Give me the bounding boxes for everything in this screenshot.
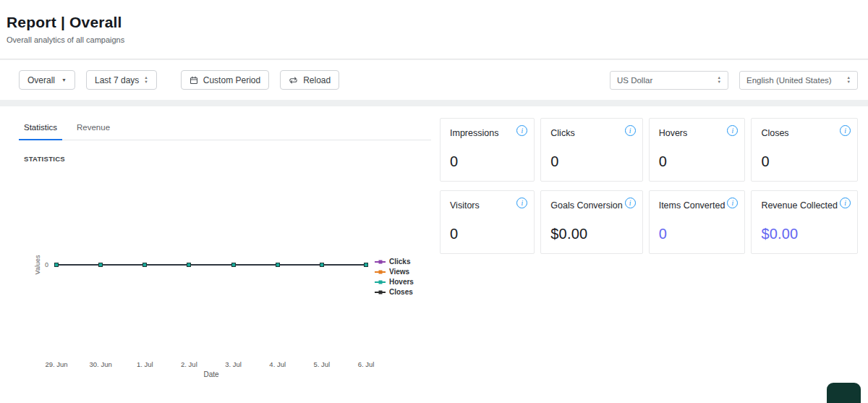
stat-card-hovers: Hovers i 0 bbox=[649, 118, 746, 182]
info-icon[interactable]: i bbox=[727, 125, 738, 136]
x-axis-tick: 3. Jul bbox=[225, 360, 242, 368]
stat-label: Closes bbox=[761, 128, 848, 138]
section-title: STATISTICS bbox=[24, 155, 431, 163]
stat-label: Items Converted bbox=[659, 200, 736, 211]
legend-marker bbox=[375, 271, 386, 273]
data-point-marker bbox=[231, 263, 236, 267]
stat-value: 0 bbox=[450, 153, 458, 170]
x-axis-tick: 29. Jun bbox=[45, 360, 67, 368]
statistics-panel: Statistics Revenue STATISTICS Values 0 2… bbox=[19, 116, 431, 398]
x-axis-ticks: 29. Jun 30. Jun 1. Jul 2. Jul 3. Jul 4. … bbox=[56, 360, 366, 369]
x-axis-tick: 2. Jul bbox=[181, 360, 197, 368]
data-point-marker bbox=[54, 263, 59, 267]
report-type-label: Overall bbox=[27, 75, 55, 85]
tab-statistics[interactable]: Statistics bbox=[19, 123, 62, 140]
info-icon[interactable]: i bbox=[840, 125, 851, 136]
stat-value: 0 bbox=[659, 226, 667, 242]
chart-series-line bbox=[56, 264, 366, 266]
select-arrows-icon: ▲ ▼ bbox=[847, 76, 851, 84]
x-axis-tick: 6. Jul bbox=[358, 360, 375, 368]
period-selector[interactable]: Last 7 days ▲ ▼ bbox=[86, 70, 157, 90]
toolbar-left-group: Overall ▼ Last 7 days ▲ ▼ Custom Period bbox=[19, 70, 339, 90]
x-axis-tick: 4. Jul bbox=[269, 360, 286, 368]
currency-select[interactable]: US Dollar ▲ ▼ bbox=[610, 71, 728, 90]
currency-value: US Dollar bbox=[617, 76, 652, 85]
data-point-marker bbox=[187, 263, 191, 267]
legend-item-hovers[interactable]: Hovers bbox=[375, 277, 414, 287]
x-axis-tick: 1. Jul bbox=[137, 360, 153, 368]
page-title: Report | Overall bbox=[7, 14, 868, 31]
info-icon[interactable]: i bbox=[516, 125, 527, 136]
period-label: Last 7 days bbox=[95, 75, 139, 85]
info-icon[interactable]: i bbox=[727, 198, 738, 208]
stat-value: 0 bbox=[761, 153, 769, 170]
data-point-marker bbox=[364, 263, 368, 267]
main-content: Statistics Revenue STATISTICS Values 0 2… bbox=[0, 106, 868, 403]
info-icon[interactable]: i bbox=[516, 198, 527, 208]
stat-card-goals-conversion: Goals Conversion i $0.00 bbox=[540, 190, 642, 254]
toolbar-right-group: US Dollar ▲ ▼ English (United States) ▲ … bbox=[610, 71, 858, 90]
legend-item-closes[interactable]: Closes bbox=[375, 287, 414, 297]
stat-card-visitors: Visitors i 0 bbox=[440, 190, 535, 254]
stat-value: $0.00 bbox=[550, 226, 587, 242]
x-axis-label: Date bbox=[56, 370, 366, 378]
reload-label: Reload bbox=[303, 75, 331, 85]
custom-period-button[interactable]: Custom Period bbox=[181, 70, 269, 90]
stat-label: Revenue Collected bbox=[761, 200, 848, 211]
stat-label: Visitors bbox=[450, 200, 524, 211]
calendar-icon bbox=[190, 76, 198, 85]
reload-icon bbox=[289, 76, 298, 85]
x-axis-tick: 5. Jul bbox=[313, 360, 330, 368]
stat-card-revenue-collected: Revenue Collected i $0.00 bbox=[751, 190, 858, 254]
info-icon[interactable]: i bbox=[625, 198, 636, 208]
stat-value: $0.00 bbox=[761, 226, 798, 242]
stat-label: Hovers bbox=[659, 128, 736, 138]
stat-value: 0 bbox=[659, 153, 667, 170]
y-axis-tick: 0 bbox=[45, 261, 48, 268]
tabs: Statistics Revenue bbox=[19, 116, 431, 140]
stat-card-clicks: Clicks i 0 bbox=[540, 118, 642, 182]
custom-period-label: Custom Period bbox=[203, 75, 260, 85]
stat-card-items-converted: Items Converted i 0 bbox=[649, 190, 746, 254]
chart-legend: Clicks Views Hovers Closes bbox=[375, 257, 414, 297]
chat-widget-button[interactable] bbox=[827, 383, 861, 403]
legend-marker bbox=[375, 261, 386, 263]
toolbar: Overall ▼ Last 7 days ▲ ▼ Custom Period bbox=[0, 60, 868, 100]
stat-value: 0 bbox=[450, 226, 458, 242]
stat-card-closes: Closes i 0 bbox=[751, 118, 858, 182]
stat-value: 0 bbox=[550, 153, 558, 170]
legend-item-views[interactable]: Views bbox=[375, 267, 414, 276]
language-select[interactable]: English (United States) ▲ ▼ bbox=[739, 71, 858, 90]
page-header: Report | Overall Overall analytics of al… bbox=[0, 0, 868, 59]
legend-item-clicks[interactable]: Clicks bbox=[375, 257, 414, 266]
page-subtitle: Overall analytics of all campaigns bbox=[7, 35, 868, 44]
data-point-marker bbox=[142, 263, 147, 267]
stat-label: Clicks bbox=[550, 128, 632, 138]
stat-card-impressions: Impressions i 0 bbox=[440, 118, 535, 182]
legend-marker bbox=[375, 292, 386, 293]
data-point-marker bbox=[276, 263, 280, 267]
stat-cards-grid: Impressions i 0 Clicks i 0 Hovers i 0 Cl… bbox=[440, 118, 858, 254]
stat-label: Impressions bbox=[450, 128, 524, 138]
report-type-dropdown[interactable]: Overall ▼ bbox=[19, 70, 75, 90]
sort-arrows-icon: ▲ ▼ bbox=[144, 76, 148, 84]
stat-label: Goals Conversion bbox=[550, 200, 632, 211]
reload-button[interactable]: Reload bbox=[280, 70, 339, 90]
legend-marker bbox=[375, 281, 386, 283]
x-axis-tick: 30. Jun bbox=[90, 360, 112, 368]
chevron-down-icon: ▼ bbox=[61, 77, 67, 82]
data-point-marker bbox=[320, 263, 324, 267]
info-icon[interactable]: i bbox=[840, 198, 851, 208]
tab-revenue[interactable]: Revenue bbox=[72, 123, 115, 140]
info-icon[interactable]: i bbox=[625, 125, 636, 136]
language-value: English (United States) bbox=[746, 76, 832, 85]
select-arrows-icon: ▲ ▼ bbox=[718, 76, 721, 84]
data-point-marker bbox=[98, 263, 103, 267]
